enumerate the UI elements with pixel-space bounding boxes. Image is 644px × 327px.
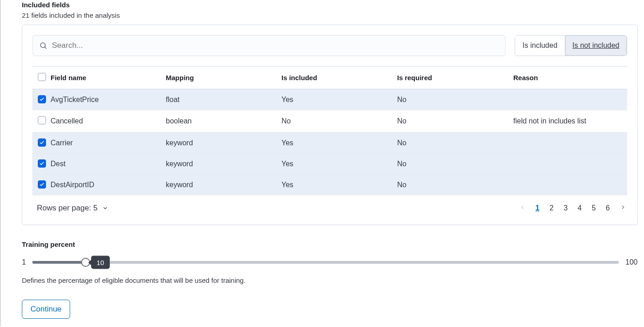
- toolbar: Is included Is not included: [32, 35, 627, 56]
- col-header-reason[interactable]: Reason: [513, 66, 627, 89]
- table-row: AvgTicketPricefloatYesNo: [32, 89, 627, 110]
- svg-point-0: [41, 43, 46, 48]
- select-all-checkbox[interactable]: [38, 73, 46, 81]
- row-checkbox[interactable]: [38, 180, 46, 189]
- filter-is-not-included[interactable]: Is not included: [565, 36, 627, 56]
- cell-required: No: [397, 89, 513, 110]
- table-row: DestkeywordYesNo: [32, 153, 627, 174]
- pager: Rows per page: 5 123456: [32, 195, 627, 215]
- slider-min: 1: [22, 258, 26, 266]
- slider-tooltip: 10: [91, 256, 110, 269]
- prev-page[interactable]: [519, 204, 526, 212]
- rows-per-page[interactable]: Rows per page: 5: [37, 204, 108, 213]
- training-slider[interactable]: 10: [32, 261, 619, 264]
- row-checkbox[interactable]: [38, 138, 46, 147]
- cell-mapping: keyword: [166, 174, 281, 195]
- cell-name: Carrier: [51, 133, 166, 153]
- search-icon: [39, 41, 47, 50]
- cell-required: No: [397, 133, 513, 153]
- training-percent-label: Training percent: [22, 240, 644, 248]
- page-3[interactable]: 3: [563, 204, 567, 212]
- section-title: Included fields: [22, 1, 644, 9]
- cell-reason: [513, 89, 627, 110]
- table-row: CarrierkeywordYesNo: [32, 133, 627, 153]
- cell-required: No: [397, 153, 513, 174]
- cell-name: Dest: [51, 153, 166, 174]
- included-fields-panel: Is included Is not included Field name M…: [22, 25, 638, 225]
- chevron-down-icon: [102, 205, 108, 211]
- training-help-text: Defines the percentage of eligible docum…: [22, 276, 644, 284]
- cell-required: No: [397, 110, 513, 133]
- search-field[interactable]: [32, 35, 506, 56]
- cell-name: DestAirportID: [51, 174, 166, 195]
- filter-group: Is included Is not included: [515, 35, 627, 56]
- row-checkbox[interactable]: [38, 95, 46, 103]
- search-input[interactable]: [52, 41, 499, 50]
- cell-reason: [513, 153, 627, 174]
- cell-included: Yes: [281, 89, 397, 110]
- page-4[interactable]: 4: [578, 204, 582, 212]
- rows-per-page-label: Rows per page: 5: [37, 204, 97, 213]
- cell-mapping: keyword: [166, 153, 281, 174]
- col-header-required[interactable]: Is required: [397, 66, 513, 89]
- table-row: DestAirportIDkeywordYesNo: [32, 174, 627, 195]
- cell-name: Cancelled: [51, 110, 166, 133]
- page-2[interactable]: 2: [549, 204, 553, 212]
- section-subtitle: 21 fields included in the analysis: [22, 11, 644, 19]
- cell-name: AvgTicketPrice: [51, 89, 166, 110]
- cell-mapping: boolean: [166, 110, 281, 133]
- col-header-mapping[interactable]: Mapping: [166, 66, 281, 89]
- col-header-included[interactable]: Is included: [281, 66, 397, 89]
- cell-mapping: keyword: [166, 133, 281, 153]
- pagination: 123456: [519, 204, 626, 212]
- next-page[interactable]: [620, 204, 626, 212]
- training-slider-row: 1 10 100: [22, 258, 638, 266]
- page-1[interactable]: 1: [536, 204, 540, 212]
- cell-mapping: float: [166, 89, 281, 110]
- cell-reason: field not in includes list: [513, 110, 627, 133]
- cell-included: No: [281, 110, 397, 133]
- table-row: CancelledbooleanNoNofield not in include…: [32, 110, 627, 133]
- row-checkbox[interactable]: [38, 159, 46, 168]
- cell-included: Yes: [281, 153, 397, 174]
- slider-max: 100: [625, 258, 638, 266]
- slider-fill: [32, 261, 86, 264]
- cell-required: No: [397, 174, 513, 195]
- col-header-name[interactable]: Field name: [51, 66, 166, 89]
- row-checkbox[interactable]: [38, 116, 46, 124]
- cell-included: Yes: [281, 174, 397, 195]
- continue-button[interactable]: Continue: [22, 300, 70, 319]
- fields-table: Field name Mapping Is included Is requir…: [32, 66, 627, 195]
- filter-is-included[interactable]: Is included: [515, 36, 565, 56]
- svg-line-1: [45, 47, 46, 48]
- page-6[interactable]: 6: [606, 204, 610, 212]
- cell-reason: [513, 133, 627, 153]
- cell-included: Yes: [281, 133, 397, 153]
- cell-reason: [513, 174, 627, 195]
- page-5[interactable]: 5: [592, 204, 596, 212]
